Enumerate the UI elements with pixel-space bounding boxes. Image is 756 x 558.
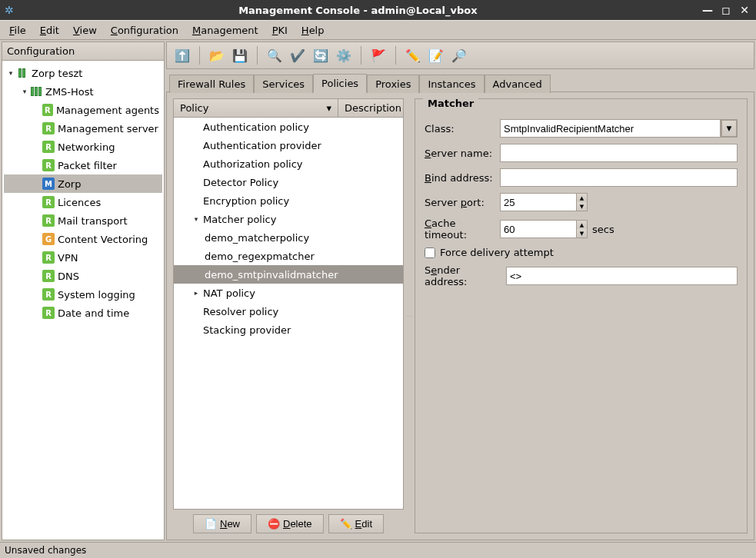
maximize-button[interactable]: ◻	[719, 4, 733, 16]
edit-button[interactable]: ✏️Edit	[328, 514, 384, 533]
tab-services[interactable]: Services	[254, 75, 313, 93]
menu-help[interactable]: Help	[295, 22, 331, 38]
titlebar: ✲ Management Console - admin@Local_vbox …	[0, 0, 756, 20]
edit-icon: ✏️	[340, 518, 352, 530]
refresh-icon[interactable]: 🔄	[310, 45, 331, 66]
tab-advanced[interactable]: Advanced	[485, 75, 551, 93]
menu-view[interactable]: View	[67, 22, 103, 38]
menu-management[interactable]: Management	[186, 22, 265, 38]
policy-row[interactable]: ▸NAT policy	[174, 284, 403, 302]
server-port-input[interactable]	[500, 193, 577, 211]
sidebar-item[interactable]: RManagement server	[4, 119, 162, 138]
edit-icon[interactable]: ✏️	[402, 45, 424, 66]
sidebar-item[interactable]: RMail transport	[4, 211, 162, 230]
delete-button[interactable]: ⛔Delete	[256, 514, 324, 533]
spin-down-icon[interactable]: ▼	[577, 229, 587, 237]
column-policy[interactable]: Policy ▾	[174, 99, 338, 117]
policy-row[interactable]: demo_smtpinvalidmatcher	[174, 265, 403, 284]
search-icon[interactable]: 🔍	[264, 45, 285, 66]
splitter[interactable]: ⋮	[407, 98, 411, 533]
inspect-icon[interactable]: 🔎	[448, 45, 470, 66]
module-badge-icon: R	[42, 141, 55, 153]
secs-label: secs	[592, 224, 614, 235]
policy-row[interactable]: Authentication policy	[174, 118, 403, 136]
policy-row[interactable]: Encryption policy	[174, 191, 403, 210]
expander-icon[interactable]: ▾	[19, 88, 30, 95]
menu-file[interactable]: File	[3, 22, 32, 38]
dropdown-icon[interactable]: ▼	[721, 119, 738, 138]
expander-icon[interactable]: ▸	[189, 289, 203, 297]
tree-host[interactable]: ▾ ZMS-Host	[4, 82, 162, 101]
policy-row[interactable]: demo_matcherpolicy	[174, 228, 403, 247]
policy-row[interactable]: demo_regexpmatcher	[174, 247, 403, 265]
server-name-input[interactable]	[500, 144, 738, 162]
check-icon[interactable]: ✔️	[287, 45, 308, 66]
sidebar-item[interactable]: RNetworking	[4, 138, 162, 156]
new-button[interactable]: 📄New	[193, 514, 251, 533]
cache-timeout-input[interactable]	[500, 220, 577, 238]
policy-row[interactable]: Stacking provider	[174, 321, 403, 339]
bind-address-input[interactable]	[500, 168, 738, 187]
module-badge-icon: R	[42, 251, 55, 264]
sidebar-item[interactable]: RManagement agents	[4, 101, 162, 119]
sidebar-item[interactable]: RSystem logging	[4, 285, 162, 304]
sidebar-item[interactable]: MZorp	[4, 174, 162, 193]
close-button[interactable]: ✕	[738, 4, 751, 16]
sidebar-item[interactable]: RVPN	[4, 248, 162, 267]
sender-input[interactable]	[506, 267, 738, 285]
list-body[interactable]: Authentication policyAuthentication prov…	[174, 118, 403, 509]
menu-edit[interactable]: Edit	[34, 22, 65, 38]
policy-row[interactable]: ▾Matcher policy	[174, 210, 403, 228]
row-force: Force delivery attempt	[425, 247, 738, 258]
policy-row[interactable]: Detector Policy	[174, 173, 403, 191]
open-icon[interactable]: 📂	[206, 45, 228, 66]
policy-row[interactable]: Authentication provider	[174, 136, 403, 154]
save-icon[interactable]: 💾	[229, 45, 251, 66]
sidebar-item[interactable]: RDNS	[4, 267, 162, 285]
minimize-button[interactable]: —	[701, 4, 714, 16]
row-cache-timeout: Cache timeout: ▲▼ secs	[425, 218, 738, 241]
policy-row[interactable]: Resolver policy	[174, 302, 403, 321]
tab-policies[interactable]: Policies	[313, 74, 367, 93]
sidebar-item-label: Mail transport	[58, 215, 128, 227]
label-server-name: Server name:	[425, 148, 495, 159]
policy-row[interactable]: Authorization policy	[174, 154, 403, 173]
module-badge-icon: R	[42, 196, 55, 208]
row-class: Class: ▼	[425, 119, 738, 138]
module-badge-icon: R	[42, 214, 55, 227]
matcher-panel: Matcher Class: ▼ Server name: Bi	[415, 98, 748, 533]
expander-icon[interactable]: ▾	[189, 215, 203, 223]
sidebar-item[interactable]: RPacket filter	[4, 156, 162, 174]
spin-up-icon[interactable]: ▲	[577, 221, 587, 229]
menubar: File Edit View Configuration Management …	[0, 20, 756, 40]
tab-instances[interactable]: Instances	[419, 75, 484, 93]
policy-row-label: Encryption policy	[203, 195, 289, 207]
policies-pane: Policy ▾ Description Authentication poli…	[166, 91, 754, 540]
sidebar-item[interactable]: RLicences	[4, 193, 162, 211]
flag-icon[interactable]: 🚩	[368, 45, 389, 66]
menu-configuration[interactable]: Configuration	[105, 22, 185, 38]
toolbar: ⬆️ 📂 💾 🔍 ✔️ 🔄 ⚙️ 🚩 ✏️ 📝 🔎	[166, 42, 754, 69]
expander-icon[interactable]: ▾	[5, 69, 16, 77]
menu-pki[interactable]: PKI	[266, 22, 294, 38]
sidebar-item[interactable]: GContent Vectoring	[4, 230, 162, 248]
tab-proxies[interactable]: Proxies	[367, 75, 419, 93]
configuration-tree[interactable]: ▾ Zorp teszt ▾ ZMS-Host RManagement agen…	[2, 61, 164, 540]
sidebar-item[interactable]: RDate and time	[4, 304, 162, 322]
tab-strip: Firewall Rules Services Policies Proxies…	[166, 72, 754, 92]
spin-up-icon[interactable]: ▲	[577, 194, 587, 202]
policy-row-label: Resolver policy	[203, 306, 278, 317]
up-icon[interactable]: ⬆️	[172, 45, 193, 66]
note-icon[interactable]: 📝	[425, 45, 447, 66]
sidebar-item-label: System logging	[58, 289, 135, 301]
force-checkbox[interactable]	[425, 247, 435, 258]
column-description[interactable]: Description	[338, 99, 403, 117]
tab-firewall-rules[interactable]: Firewall Rules	[169, 75, 254, 93]
class-combobox[interactable]	[500, 119, 721, 138]
label-server-port: Server port:	[425, 197, 495, 208]
module-badge-icon: M	[42, 178, 55, 190]
tree-root[interactable]: ▾ Zorp teszt	[4, 64, 162, 82]
gear-icon[interactable]: ⚙️	[333, 45, 355, 66]
spin-down-icon[interactable]: ▼	[577, 202, 587, 211]
status-lights-icon	[30, 85, 42, 98]
